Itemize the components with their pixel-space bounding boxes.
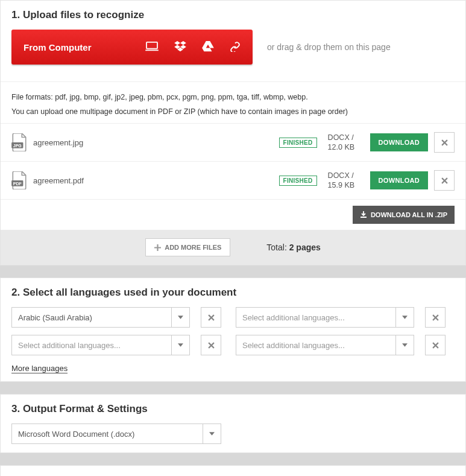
remove-file-button[interactable]: [434, 170, 455, 191]
jpg-file-icon: JPG: [11, 133, 27, 151]
chevron-down-icon: [203, 424, 221, 443]
file-formats-line: File formats: pdf, jpg, bmp, gif, jp2, j…: [11, 92, 455, 103]
svg-text:PDF: PDF: [13, 182, 22, 186]
chevron-down-icon: [395, 308, 414, 327]
section-output-title: 3. Output Format & Settings: [11, 403, 455, 415]
file-name: agreement.jpg: [33, 138, 279, 147]
remove-language-button[interactable]: [425, 335, 446, 355]
from-computer-button[interactable]: From Computer: [11, 30, 253, 65]
language-select-placeholder: Select additional languages...: [242, 341, 345, 350]
output-format-value: Microsoft Word Document (.docx): [18, 430, 134, 439]
section-upload-title: 1. Upload files to recognize: [11, 9, 455, 21]
file-row: JPG agreement.jpg FINISHED DOCX /12.0 KB…: [1, 123, 465, 161]
google-drive-icon[interactable]: [202, 41, 214, 54]
language-select-1[interactable]: Arabic (Saudi Arabia): [11, 307, 190, 328]
download-button[interactable]: DOWNLOAD: [370, 133, 428, 151]
from-computer-label: From Computer: [24, 42, 145, 52]
language-select-placeholder: Select additional languages...: [242, 313, 345, 322]
output-format-select[interactable]: Microsoft Word Document (.docx): [11, 424, 221, 444]
svg-rect-0: [146, 42, 157, 48]
chevron-down-icon: [395, 335, 414, 355]
download-button[interactable]: DOWNLOAD: [370, 171, 428, 189]
language-select-4[interactable]: Select additional languages...: [236, 335, 414, 355]
status-badge: FINISHED: [279, 138, 317, 148]
remove-language-button[interactable]: [201, 307, 221, 328]
svg-text:JPG: JPG: [13, 144, 22, 148]
file-info: DOCX /15.9 KB: [328, 171, 362, 191]
file-info: DOCX /12.0 KB: [328, 133, 362, 153]
multipage-note: You can upload one multipage document in…: [11, 106, 455, 117]
drag-drop-hint: or drag & drop them on this page: [267, 42, 391, 52]
language-select-placeholder: Select additional languages...: [18, 341, 121, 350]
plus-icon: [154, 244, 161, 251]
section-languages-title: 2. Select all languages used in your doc…: [11, 287, 455, 299]
more-languages-link[interactable]: More languages: [11, 364, 68, 373]
chevron-down-icon: [171, 308, 189, 327]
section-output: 3. Output Format & Settings Microsoft Wo…: [0, 394, 466, 453]
file-name: agreement.pdf: [33, 176, 279, 185]
download-icon: [360, 211, 367, 218]
section-captcha: 4. Solve CAPTCHA to continue or Sign Up: [0, 465, 466, 476]
remove-file-button[interactable]: [434, 132, 455, 153]
total-pages: Total: 2 pages: [266, 243, 321, 252]
remove-language-button[interactable]: [425, 307, 446, 328]
chevron-down-icon: [171, 335, 189, 355]
language-select-3[interactable]: Select additional languages...: [11, 335, 190, 355]
language-select-value: Arabic (Saudi Arabia): [18, 313, 92, 322]
computer-icon[interactable]: [145, 41, 159, 54]
file-row: PDF agreement.pdf FINISHED DOCX /15.9 KB…: [1, 161, 465, 199]
remove-language-button[interactable]: [201, 335, 221, 355]
status-badge: FINISHED: [279, 176, 317, 186]
section-languages: 2. Select all languages used in your doc…: [0, 278, 466, 382]
pdf-file-icon: PDF: [11, 171, 27, 189]
svg-rect-1: [145, 49, 159, 51]
dropbox-icon[interactable]: [174, 41, 186, 54]
download-all-zip-button[interactable]: DOWNLOAD ALL IN .ZIP: [353, 206, 455, 224]
language-select-2[interactable]: Select additional languages...: [236, 307, 414, 328]
add-more-files-button[interactable]: ADD MORE FILES: [145, 238, 230, 256]
link-icon[interactable]: [230, 41, 241, 54]
section-upload: 1. Upload files to recognize From Comput…: [0, 0, 466, 265]
